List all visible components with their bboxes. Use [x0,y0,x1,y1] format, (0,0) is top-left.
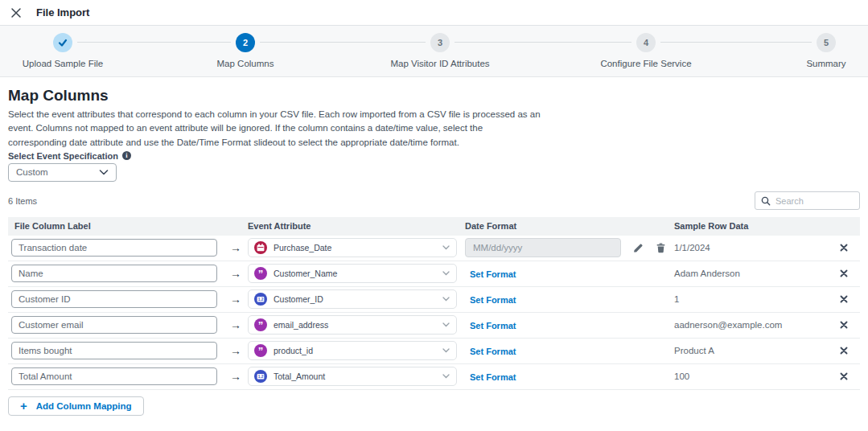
remove-x-icon [840,347,848,355]
remove-row-button[interactable] [838,268,849,279]
number-icon: 1.2 [254,370,267,383]
sample-row-data: Product A [666,346,828,355]
file-column-input[interactable] [11,290,217,308]
svg-text:”: ” [258,345,264,357]
remove-row-button[interactable] [838,345,849,356]
edit-date-format-button[interactable] [632,242,644,253]
wizard-stepper: Upload Sample File 2 Map Columns 3 Map V… [0,26,868,77]
set-format-link[interactable]: Set Format [465,347,516,356]
search-box[interactable] [755,191,860,210]
event-specification-value: Custom [16,167,48,177]
sample-row-data: 1 [666,294,828,304]
table-row: → Purchase_Date 1/1/2024 [8,236,860,261]
step-summary[interactable]: 5 Summary [746,33,868,68]
event-specification-select[interactable]: Custom [8,163,117,182]
event-attribute-select[interactable]: Purchase_Date [248,238,457,257]
delete-date-format-button[interactable] [656,242,666,253]
step-configure-file-service[interactable]: 4 Configure File Service [566,33,726,68]
set-format-link[interactable]: Set Format [465,295,516,305]
remove-row-button[interactable] [838,293,849,305]
info-icon[interactable]: i [122,151,131,160]
remove-x-icon [840,321,848,329]
chevron-down-icon [442,297,450,302]
svg-text:1.2: 1.2 [258,375,264,379]
event-attribute-select[interactable]: 1.2 Customer_ID [248,289,457,309]
event-attribute-select[interactable]: ” email_address [248,315,457,335]
arrow-right-icon: → [230,370,241,383]
event-attribute-value: Customer_ID [274,294,323,304]
page-description: Select the event attributes that corresp… [8,108,543,150]
search-input[interactable] [775,196,848,206]
page-title: Map Columns [8,87,860,105]
table-row: → 1.2 Customer_ID Set Format 1 [8,287,860,313]
items-count: 6 Items [8,196,37,206]
chevron-down-icon [442,374,450,379]
step-upload-sample-file[interactable]: Upload Sample File [0,33,143,68]
step-circle-active[interactable]: 2 [236,33,255,52]
set-format-link[interactable]: Set Format [465,269,516,279]
calendar-icon [254,241,267,254]
chevron-down-icon [99,170,109,175]
window-title: File Import [36,6,89,18]
chevron-down-icon [442,322,450,327]
step-circle-pending[interactable]: 5 [817,33,836,52]
file-column-input[interactable] [11,342,217,359]
file-column-input[interactable] [11,265,217,282]
close-icon[interactable] [10,6,23,19]
event-attribute-select[interactable]: 1.2 Total_Amount [248,367,457,386]
column-mapping-table: File Column Label Event Attribute Date F… [8,217,860,390]
chevron-down-icon [442,271,450,276]
sample-row-data: aadnerson@example.com [666,320,828,330]
arrow-right-icon: → [230,318,241,331]
step-map-visitor-id-attributes[interactable]: 3 Map Visitor ID Attributes [360,33,520,68]
check-icon [57,37,68,48]
remove-row-button[interactable] [838,319,849,330]
step-circle-pending[interactable]: 3 [430,33,450,52]
event-attribute-select[interactable]: ” product_id [248,341,457,360]
remove-row-button[interactable] [838,371,849,382]
table-row: → 1.2 Total_Amount Set Format 100 [8,364,860,390]
step-label: Map Visitor ID Attributes [360,59,520,68]
table-row: → ” Customer_Name Set Format Adam Anders… [8,261,860,287]
set-format-link[interactable]: Set Format [465,321,516,330]
sample-row-data: 1/1/2024 [666,243,828,252]
step-label: Configure File Service [566,59,726,68]
event-attribute-value: Purchase_Date [274,243,331,252]
file-import-header: File Import [0,0,868,26]
date-format-input[interactable] [465,238,621,257]
step-map-columns[interactable]: 2 Map Columns [165,33,326,68]
map-columns-panel: Map Columns Select the event attributes … [0,87,868,416]
sample-row-data: 100 [666,371,828,381]
string-quote-icon: ” [254,267,267,280]
search-icon [761,196,771,206]
event-specification-label: Select Event Specification [8,151,118,161]
step-label: Summary [746,59,868,68]
step-circle-pending[interactable]: 4 [636,33,656,52]
sample-row-data: Adam Anderson [666,269,828,278]
svg-text:”: ” [258,268,264,280]
remove-row-button[interactable] [838,242,849,253]
chevron-down-icon [442,245,450,250]
step-circle-completed[interactable] [53,33,72,52]
event-attribute-value: Total_Amount [274,371,325,381]
file-column-input[interactable] [11,239,217,257]
event-attribute-value: Customer_Name [274,269,337,278]
remove-x-icon [840,372,848,380]
table-row: → ” product_id Set Format Product A [8,339,860,364]
arrow-right-icon: → [230,267,241,280]
plus-icon: + [20,400,27,412]
event-attribute-select[interactable]: ” Customer_Name [248,264,457,283]
set-format-link[interactable]: Set Format [465,372,516,382]
file-column-input[interactable] [11,316,217,334]
arrow-right-icon: → [230,344,241,357]
event-attribute-value: email_address [274,320,328,330]
string-quote-icon: ” [254,344,267,357]
pencil-icon [632,242,644,253]
add-column-mapping-button[interactable]: + Add Column Mapping [8,396,144,416]
col-header-date-format: Date Format [465,221,666,231]
col-header-sample-row-data: Sample Row Data [666,221,828,231]
arrow-right-icon: → [230,241,241,254]
add-column-mapping-label: Add Column Mapping [36,401,132,411]
file-column-input[interactable] [11,367,217,385]
table-row: → ” email_address Set Format aadnerson@e… [8,313,860,339]
